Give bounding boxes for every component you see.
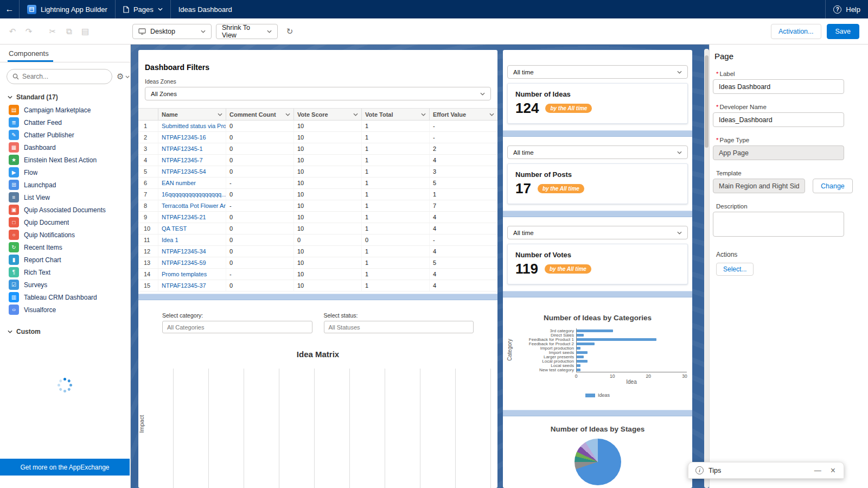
custom-section-header[interactable]: Custom — [0, 323, 130, 338]
component-list: ▤Campaign Marketplace≣Chatter Feed✎Chatt… — [0, 104, 130, 316]
description-textarea[interactable] — [713, 212, 844, 237]
component-item[interactable]: ⊞Launchpad — [0, 179, 130, 191]
component-label: Einstein Next Best Action — [24, 156, 97, 164]
column-header[interactable]: Comment Count — [226, 109, 294, 120]
tab-components[interactable]: Components — [0, 49, 49, 62]
vote-score-cell: 10 — [294, 269, 362, 280]
ideas-zones-select[interactable]: All Zones — [145, 87, 491, 100]
idea-link[interactable]: 16qqqqqqqqqqqqqqqq... — [158, 189, 226, 200]
component-item[interactable]: ★Einstein Next Best Action — [0, 154, 130, 166]
component-item[interactable]: ✎Chatter Publisher — [0, 129, 130, 141]
component-item[interactable]: ○Quip Notifications — [0, 229, 130, 241]
close-icon[interactable]: × — [829, 466, 837, 476]
vote-score-cell: 10 — [294, 178, 362, 188]
component-item[interactable]: ▮Report Chart — [0, 253, 130, 266]
page-properties-panel: Page *Label *Developer Name *Page Type T… — [709, 45, 868, 488]
idea-link[interactable]: NTPAF12345-1 — [158, 143, 226, 154]
canvas-scrollbar[interactable] — [704, 49, 709, 488]
idea-link[interactable]: Promo templates — [158, 269, 226, 280]
component-item[interactable]: ▶Flow — [0, 166, 130, 179]
grid-line — [420, 369, 420, 488]
x-tick-label: 0 — [575, 373, 578, 379]
canvas-scrollbar-thumb[interactable] — [705, 55, 709, 148]
undo-button[interactable]: ↶ — [5, 24, 20, 39]
vote-total-cell: 1 — [362, 212, 430, 223]
component-settings-button[interactable]: ⚙ — [117, 72, 130, 81]
component-item[interactable]: ↻Recent Items — [0, 241, 130, 253]
back-button[interactable]: ← — [0, 0, 20, 18]
component-item[interactable]: ☑Surveys — [0, 278, 130, 291]
appexchange-button[interactable]: Get more on the AppExchange — [0, 459, 130, 476]
idea-link[interactable]: Idea 1 — [158, 235, 226, 245]
recent-items-icon: ↻ — [9, 242, 19, 252]
spinner-dot — [63, 378, 66, 381]
comment-count-cell: - — [226, 269, 294, 280]
vote-score-cell: 10 — [294, 212, 362, 223]
save-button[interactable]: Save — [827, 24, 860, 39]
idea-link[interactable]: EAN number — [158, 178, 226, 188]
x-tick-label: 10 — [610, 373, 615, 379]
time-filter-select[interactable]: All time — [507, 226, 688, 239]
idea-link[interactable]: NTPAF12345-34 — [158, 246, 226, 257]
category-filter-input[interactable]: All Categories — [162, 321, 312, 333]
minimize-icon[interactable]: — — [811, 466, 825, 474]
change-template-button[interactable]: Change — [813, 179, 853, 193]
component-item[interactable]: ‹›Visualforce — [0, 303, 130, 316]
column-header[interactable]: Vote Score — [294, 109, 362, 120]
component-search[interactable] — [7, 69, 112, 84]
activation-button[interactable]: Activation... — [771, 24, 821, 39]
idea-link[interactable]: NTPAF12345-37 — [158, 280, 226, 291]
column-header[interactable]: Vote Total — [362, 109, 430, 120]
effort-value-cell: - — [430, 235, 497, 245]
component-item[interactable]: ▦Dashboard — [0, 141, 130, 154]
component-item[interactable]: □Quip Document — [0, 216, 130, 229]
effort-value-cell: 4 — [430, 280, 497, 291]
copy-button[interactable]: ⧉ — [62, 24, 76, 39]
pages-menu[interactable]: Pages — [116, 0, 171, 18]
idea-link[interactable]: NTPAF12345-59 — [158, 257, 226, 268]
zoom-mode-select[interactable]: Shrink To View — [216, 24, 278, 39]
table-row: 4NTPAF12345-701014 — [138, 155, 497, 166]
time-filter-select[interactable]: All time — [507, 65, 688, 79]
device-preview-select[interactable]: Desktop — [132, 24, 212, 39]
actions-select-button[interactable]: Select... — [716, 263, 754, 276]
help-button[interactable]: ? Help — [825, 0, 868, 18]
redo-button[interactable]: ↷ — [22, 24, 36, 39]
label-input[interactable] — [713, 79, 844, 94]
developer-name-input[interactable] — [713, 112, 844, 127]
refresh-button[interactable]: ↻ — [283, 24, 297, 39]
search-input[interactable] — [22, 73, 106, 80]
table-row: 2NTPAF12345-160101- — [138, 132, 497, 143]
component-item[interactable]: ▤Campaign Marketplace — [0, 104, 130, 116]
idea-link[interactable]: QA TEST — [158, 223, 226, 234]
component-item[interactable]: ≡List View — [0, 191, 130, 204]
row-number: 8 — [138, 200, 158, 211]
x-tick-label: 30 — [682, 373, 687, 379]
idea-link[interactable]: NTPAF12345-21 — [158, 212, 226, 223]
effort-value-cell: 5 — [430, 178, 497, 188]
time-filter-select[interactable]: All time — [507, 145, 688, 159]
idea-link[interactable]: Submitted status via Proc... — [158, 121, 226, 131]
idea-link[interactable]: NTPAF12345-7 — [158, 155, 226, 166]
status-filter-input[interactable]: All Statuses — [324, 321, 474, 333]
idea-link[interactable]: NTPAF12345-16 — [158, 132, 226, 143]
builder-canvas: Dashboard Filters Ideas Zones All Zones … — [131, 45, 709, 488]
standard-section-header[interactable]: Standard (17) — [0, 88, 130, 104]
idea-link[interactable]: NTPAF12345-54 — [158, 166, 226, 177]
metric-value-row: 124by the All time — [515, 100, 680, 117]
column-header[interactable]: Name — [158, 109, 226, 120]
paste-button[interactable]: ▤ — [78, 24, 92, 39]
column-header[interactable]: Effort Value — [430, 109, 497, 120]
idea-matrix-title: Idea Matrix — [138, 350, 497, 359]
row-number: 11 — [138, 235, 158, 245]
app-builder-icon — [27, 5, 36, 14]
table-row: 1Submitted status via Proc...0101- — [138, 121, 497, 132]
component-item[interactable]: ▥Tableau CRM Dashboard — [0, 291, 130, 303]
idea-link[interactable]: Terracotta Pot Flower Arr... — [158, 200, 226, 211]
component-item[interactable]: ≣Chatter Feed — [0, 116, 130, 129]
chevron-down-icon — [158, 8, 163, 11]
component-item[interactable]: ¶Rich Text — [0, 266, 130, 278]
component-item[interactable]: ▣Quip Associated Documents — [0, 204, 130, 216]
cut-button[interactable]: ✂ — [46, 24, 60, 39]
grid-line — [173, 369, 174, 488]
